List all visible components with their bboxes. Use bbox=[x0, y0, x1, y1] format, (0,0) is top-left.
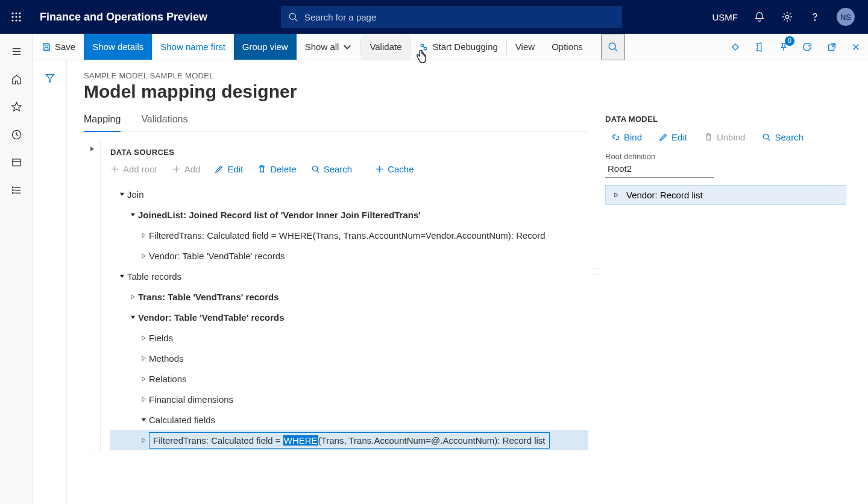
options-menu[interactable]: Options bbox=[543, 34, 591, 60]
refresh-button[interactable] bbox=[796, 34, 820, 60]
edit-button[interactable]: Edit bbox=[215, 164, 243, 174]
plus-icon bbox=[375, 165, 384, 174]
svg-point-27 bbox=[424, 47, 427, 49]
tree-node-methods[interactable]: Methods bbox=[110, 348, 588, 368]
filter-column[interactable] bbox=[33, 60, 67, 504]
bell-icon bbox=[753, 11, 766, 23]
search-icon bbox=[762, 133, 771, 142]
command-bar: Save Show details Show name first Group … bbox=[33, 34, 868, 60]
attachments-button[interactable]: 0 bbox=[772, 34, 796, 60]
svg-point-44 bbox=[764, 134, 769, 139]
star-icon bbox=[11, 101, 22, 113]
trash-icon bbox=[704, 133, 713, 142]
caret-right-icon bbox=[141, 233, 146, 238]
group-view-button[interactable]: Group view bbox=[234, 34, 297, 60]
svg-point-8 bbox=[19, 19, 20, 21]
caret-right-icon bbox=[141, 356, 146, 361]
link-icon bbox=[611, 133, 620, 142]
expand-gutter[interactable] bbox=[84, 140, 101, 450]
app-launcher-icon[interactable] bbox=[0, 0, 33, 34]
tree-node-trans[interactable]: Trans: Table 'VendTrans' records bbox=[110, 286, 588, 307]
help-button[interactable] bbox=[803, 0, 827, 34]
question-icon bbox=[809, 11, 821, 23]
tree-node-fields[interactable]: Fields bbox=[110, 327, 588, 348]
search-placeholder: Search for a page bbox=[304, 12, 376, 22]
plus-icon bbox=[110, 165, 119, 174]
dm-search-button[interactable]: Search bbox=[762, 132, 804, 142]
top-header: Finance and Operations Preview Search fo… bbox=[0, 0, 868, 34]
dm-tree-node-vendor[interactable]: Vendor: Record list bbox=[605, 185, 846, 205]
modules-button[interactable] bbox=[2, 176, 30, 204]
tree-node-filteredtrans-selected[interactable]: FilteredTrans: Calculated field = WHERE(… bbox=[110, 430, 588, 450]
datamodel-heading: DATA MODEL bbox=[605, 115, 854, 124]
unbind-button[interactable]: Unbind bbox=[704, 132, 746, 142]
tree-node-calc-fields[interactable]: Calculated fields bbox=[110, 409, 588, 430]
search-input[interactable]: Search for a page bbox=[281, 6, 622, 28]
root-definition-label: Root definition bbox=[605, 152, 854, 161]
root-definition-input[interactable]: Root2 bbox=[605, 161, 714, 178]
pencil-icon bbox=[215, 165, 224, 174]
add-button[interactable]: Add bbox=[172, 164, 201, 174]
svg-rect-25 bbox=[45, 47, 48, 49]
attach-button[interactable] bbox=[723, 34, 747, 60]
user-avatar[interactable]: NS bbox=[831, 0, 861, 34]
svg-point-9 bbox=[289, 13, 295, 19]
plus-icon bbox=[172, 165, 181, 174]
app-title: Finance and Operations Preview bbox=[40, 11, 207, 24]
caret-down-icon bbox=[130, 315, 136, 320]
refresh-icon bbox=[802, 42, 813, 52]
settings-button[interactable] bbox=[775, 0, 799, 34]
svg-point-12 bbox=[814, 20, 815, 20]
tree-node-vendor-1[interactable]: Vendor: Table 'VendTable' records bbox=[110, 245, 588, 266]
page-tabs: Mapping Validations bbox=[84, 110, 588, 132]
caret-right-icon bbox=[141, 376, 146, 382]
save-button[interactable]: Save bbox=[33, 34, 84, 60]
tree-node-vendor-bold[interactable]: Vendor: Table 'VendTable' records bbox=[110, 307, 588, 327]
workspaces-button[interactable] bbox=[2, 148, 30, 176]
caret-down-icon bbox=[141, 417, 146, 423]
show-details-button[interactable]: Show details bbox=[84, 34, 152, 60]
validate-button[interactable]: Validate bbox=[361, 34, 410, 60]
main-area: SAMPLE MODEL SAMPLE MODEL Model mapping … bbox=[33, 60, 868, 504]
search-icon bbox=[288, 12, 298, 22]
delete-button[interactable]: Delete bbox=[257, 164, 296, 174]
svg-point-0 bbox=[11, 12, 13, 14]
edit-binding-button[interactable]: Edit bbox=[659, 132, 687, 142]
left-rail bbox=[0, 34, 33, 504]
tree-node-fin-dim[interactable]: Financial dimensions bbox=[110, 389, 588, 409]
show-all-dropdown[interactable]: Show all bbox=[297, 34, 361, 60]
start-debugging-button[interactable]: Start Debugging bbox=[410, 34, 506, 60]
tab-mapping[interactable]: Mapping bbox=[84, 110, 121, 132]
company-picker[interactable]: USMF bbox=[706, 0, 744, 34]
tree-node-relations[interactable]: Relations bbox=[110, 368, 588, 389]
office-button[interactable] bbox=[747, 34, 772, 60]
favorites-button[interactable] bbox=[2, 93, 30, 121]
hamburger-button[interactable] bbox=[2, 37, 30, 65]
cache-button[interactable]: Cache bbox=[375, 164, 414, 174]
tree-node-table-records[interactable]: Table records bbox=[110, 266, 588, 286]
avatar-initials: NS bbox=[837, 8, 855, 26]
popout-button[interactable] bbox=[820, 34, 844, 60]
svg-point-7 bbox=[15, 19, 17, 21]
tree-node-filteredtrans-1[interactable]: FilteredTrans: Calculated field = WHERE(… bbox=[110, 225, 588, 245]
command-search-button[interactable] bbox=[601, 34, 625, 60]
recent-button[interactable] bbox=[2, 121, 30, 148]
svg-point-22 bbox=[12, 186, 13, 187]
caret-right-icon bbox=[141, 397, 146, 402]
search-button[interactable]: Search bbox=[311, 164, 353, 174]
notifications-button[interactable] bbox=[747, 0, 772, 34]
view-menu[interactable]: View bbox=[507, 34, 543, 60]
tree-node-join[interactable]: Join bbox=[110, 184, 588, 204]
tree-node-joinedlist[interactable]: JoinedList: Joined Record list of 'Vendo… bbox=[110, 204, 588, 225]
add-root-button[interactable]: Add root bbox=[110, 164, 157, 174]
svg-point-11 bbox=[785, 15, 788, 18]
splitter-handle[interactable]: ⋮⋮ bbox=[593, 265, 601, 277]
caret-right-icon bbox=[141, 335, 146, 341]
close-button[interactable] bbox=[844, 34, 868, 60]
tab-validations[interactable]: Validations bbox=[141, 110, 187, 131]
svg-rect-30 bbox=[732, 43, 738, 49]
show-name-first-button[interactable]: Show name first bbox=[152, 34, 234, 60]
home-button[interactable] bbox=[2, 65, 30, 93]
svg-point-5 bbox=[19, 16, 20, 17]
bind-button[interactable]: Bind bbox=[611, 132, 642, 142]
